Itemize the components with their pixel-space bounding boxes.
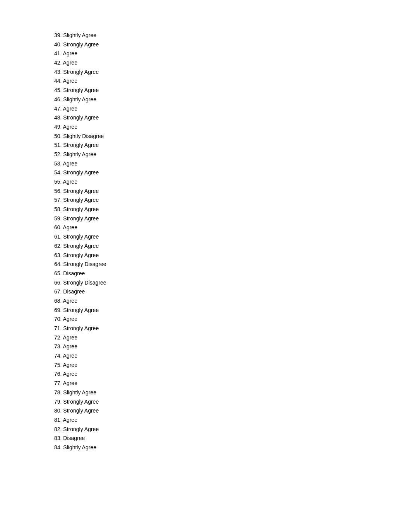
list-item: 48. Strongly Agree [54, 113, 411, 123]
list-item: 67. Disagree [54, 287, 411, 297]
list-item: 40. Strongly Agree [54, 40, 411, 49]
list-item: 72. Agree [54, 333, 411, 343]
list-item: 42. Agree [54, 58, 411, 68]
response-list: 39. Slightly Agree40. Strongly Agree41. … [54, 31, 411, 452]
list-item: 68. Agree [54, 297, 411, 306]
list-item: 60. Agree [54, 223, 411, 232]
list-item: 75. Agree [54, 361, 411, 370]
list-item: 44. Agree [54, 77, 411, 86]
list-item: 63. Strongly Agree [54, 251, 411, 260]
list-item: 59. Strongly Agree [54, 214, 411, 223]
list-item: 49. Agree [54, 123, 411, 132]
list-item: 46. Slightly Agree [54, 95, 411, 104]
list-item: 78. Slightly Agree [54, 388, 411, 397]
list-item: 84. Slightly Agree [54, 443, 411, 452]
list-item: 51. Strongly Agree [54, 141, 411, 150]
list-item: 55. Agree [54, 177, 411, 187]
list-item: 43. Strongly Agree [54, 68, 411, 77]
list-item: 52. Slightly Agree [54, 150, 411, 159]
list-item: 64. Strongly Disagree [54, 260, 411, 269]
list-item: 50. Slightly Disagree [54, 132, 411, 141]
list-item: 61. Strongly Agree [54, 232, 411, 242]
list-item: 53. Agree [54, 159, 411, 169]
list-item: 81. Agree [54, 416, 411, 425]
list-item: 76. Agree [54, 370, 411, 379]
list-item: 56. Strongly Agree [54, 187, 411, 196]
list-item: 73. Agree [54, 342, 411, 351]
list-item: 39. Slightly Agree [54, 31, 411, 40]
list-item: 41. Agree [54, 49, 411, 58]
list-item: 57. Strongly Agree [54, 196, 411, 205]
list-item: 62. Strongly Agree [54, 242, 411, 251]
list-item: 54. Strongly Agree [54, 168, 411, 177]
list-item: 79. Strongly Agree [54, 397, 411, 407]
list-item: 58. Strongly Agree [54, 205, 411, 214]
list-item: 82. Strongly Agree [54, 425, 411, 434]
list-item: 47. Agree [54, 104, 411, 114]
list-item: 80. Strongly Agree [54, 406, 411, 416]
list-item: 70. Agree [54, 315, 411, 324]
list-item: 71. Strongly Agree [54, 324, 411, 333]
list-item: 83. Disagree [54, 434, 411, 443]
list-item: 45. Strongly Agree [54, 86, 411, 95]
list-item: 74. Agree [54, 351, 411, 361]
list-item: 69. Strongly Agree [54, 306, 411, 315]
list-item: 66. Strongly Disagree [54, 278, 411, 288]
list-item: 77. Agree [54, 379, 411, 388]
list-item: 65. Disagree [54, 269, 411, 278]
